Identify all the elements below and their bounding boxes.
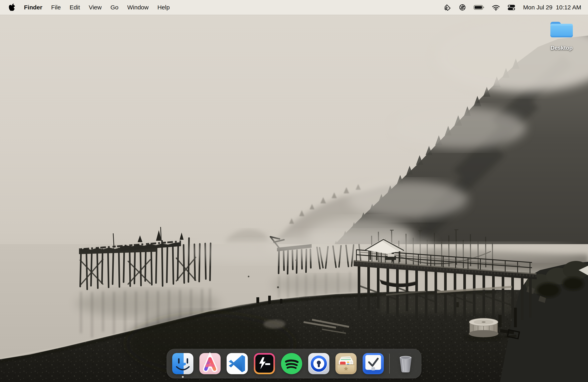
menu-item-go[interactable]: Go xyxy=(110,4,118,11)
dock-item-trash[interactable] xyxy=(394,352,417,375)
menu-bar: Finder File Edit View Go Window Help xyxy=(0,0,588,15)
menu-item-edit[interactable]: Edit xyxy=(70,4,80,11)
vscode-icon xyxy=(226,352,248,375)
apple-logo-icon xyxy=(9,4,15,11)
desktop-folder-desktop[interactable]: Desktop xyxy=(545,19,579,51)
dock-item-card-box[interactable] xyxy=(335,352,357,375)
menu-bar-clock[interactable]: Mon Jul 29 10:12 AM xyxy=(523,4,581,11)
dock-item-finder[interactable] xyxy=(172,352,194,375)
menu-item-help[interactable]: Help xyxy=(157,4,170,11)
battery-icon[interactable] xyxy=(474,5,484,10)
clock-time: 10:12 AM xyxy=(556,4,581,11)
menu-item-view[interactable]: View xyxy=(89,4,102,11)
arc-browser-icon xyxy=(199,352,221,375)
hatched-diamond-menu-extra-icon[interactable] xyxy=(444,4,451,11)
1password-icon xyxy=(308,352,330,375)
camera-shutter-icon[interactable] xyxy=(459,4,466,11)
card-box-icon xyxy=(335,352,357,375)
dock-item-vscode[interactable] xyxy=(226,352,248,375)
trash-icon xyxy=(394,352,417,375)
menu-bar-left: Finder File Edit View Go Window Help xyxy=(9,4,170,11)
menu-bar-status: Mon Jul 29 10:12 AM xyxy=(444,4,581,11)
dock-item-warp[interactable] xyxy=(253,352,276,375)
warp-terminal-icon xyxy=(253,352,276,375)
desktop-folder-label: Desktop xyxy=(551,45,573,51)
running-indicator xyxy=(182,376,184,378)
things-checkmark-icon xyxy=(362,352,384,375)
desktop-wallpaper-foggy-pier xyxy=(0,0,588,382)
control-center-icon[interactable] xyxy=(507,4,515,11)
dock-item-spotify[interactable] xyxy=(280,352,303,375)
menu-item-finder[interactable]: Finder xyxy=(24,4,42,11)
menu-item-file[interactable]: File xyxy=(51,4,61,11)
dock-item-arc[interactable] xyxy=(199,352,221,375)
apple-menu[interactable] xyxy=(9,4,15,11)
finder-icon xyxy=(172,352,194,375)
spotify-icon xyxy=(280,352,303,375)
dock-separator xyxy=(389,354,390,374)
clock-date: Mon Jul 29 xyxy=(523,4,552,11)
folder-icon xyxy=(549,19,574,39)
wifi-icon[interactable] xyxy=(492,4,500,11)
menu-item-window[interactable]: Window xyxy=(127,4,148,11)
macos-desktop: Finder File Edit View Go Window Help xyxy=(0,0,588,382)
dock xyxy=(167,349,421,378)
dock-item-things[interactable] xyxy=(362,352,384,375)
dock-item-1password[interactable] xyxy=(308,352,330,375)
